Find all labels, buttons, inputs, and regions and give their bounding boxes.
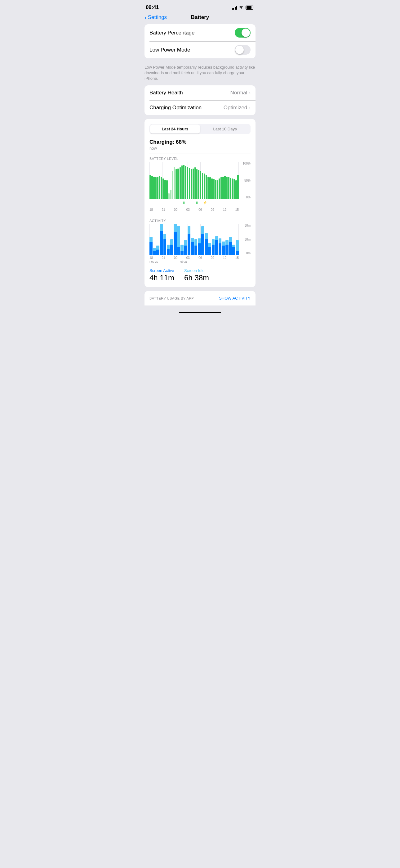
activity-bar-group [198, 224, 201, 255]
activity-bar-group [222, 224, 225, 255]
activity-bar-dark [188, 234, 191, 255]
activity-bar-dark [226, 245, 229, 255]
charging-optimization-value: Optimized › [224, 104, 251, 111]
activity-x-labels: 18 21 00 03 06 09 12 15 [149, 256, 251, 259]
activity-bar-light [170, 239, 173, 245]
chevron-right-icon: › [249, 90, 251, 95]
charging-optimization-label: Charging Optimization [149, 104, 202, 111]
activity-bar-dark [232, 247, 235, 255]
last-10-days-tab[interactable]: Last 10 Days [200, 124, 250, 133]
activity-bar-light [222, 242, 225, 246]
battery-percentage-row[interactable]: Battery Percentage [144, 24, 256, 41]
low-power-mode-row[interactable]: Low Power Mode [144, 41, 256, 58]
battery-health-row[interactable]: Battery Health Normal › [144, 85, 256, 100]
settings-section-1: Battery Percentage Low Power Mode [144, 24, 256, 58]
battery-chart-wrapper: 100% 50% 0% [149, 162, 251, 199]
activity-bar-dark [163, 239, 167, 255]
screen-active-value: 4h 11m [149, 274, 174, 282]
battery-chart: 100% 50% 0% [149, 162, 251, 199]
toggle-knob-2 [235, 45, 244, 54]
activity-bar-dark [153, 251, 156, 255]
battery-bar [153, 177, 155, 199]
activity-bar-dark [174, 232, 177, 255]
battery-bar [219, 179, 220, 199]
activity-bar-dark [219, 243, 222, 255]
activity-bar-dark [201, 234, 204, 255]
low-power-mode-toggle[interactable] [235, 45, 251, 55]
activity-bar-dark [236, 251, 239, 255]
battery-bar [194, 167, 196, 199]
charging-status-icons: — ⏸ —·— ⏸ —⚡— [178, 201, 210, 205]
activity-chart-wrapper: 60m 30m 0m [149, 224, 251, 255]
battery-bar [206, 175, 207, 199]
activity-bar-group [201, 224, 204, 255]
battery-percentage-toggle[interactable] [235, 28, 251, 37]
activity-bar-dark [194, 246, 198, 255]
activity-bar-dark [198, 243, 201, 255]
home-bar [179, 312, 221, 313]
bottom-usage-bar[interactable]: BATTERY USAGE BY APP SHOW ACTIVITY [144, 291, 256, 306]
activity-bar-group [180, 224, 184, 255]
battery-bar [185, 166, 187, 199]
battery-bar [187, 167, 189, 199]
activity-bar-group [191, 224, 194, 255]
battery-bar [183, 165, 185, 199]
activity-bar-group [177, 224, 180, 255]
screen-idle-stat: Screen Idle 6h 38m [184, 268, 209, 282]
activity-bar-light [215, 236, 218, 240]
status-time: 09:41 [146, 4, 159, 10]
back-button[interactable]: ‹ Settings [144, 14, 167, 21]
activity-bar-dark [167, 249, 170, 255]
activity-bar-group [215, 224, 218, 255]
battery-bar [217, 180, 218, 199]
activity-bar-group [219, 224, 222, 255]
activity-bar-group [229, 224, 232, 255]
activity-bar-group [184, 224, 187, 255]
activity-bar-light [160, 224, 163, 230]
battery-level-label: BATTERY LEVEL [149, 157, 251, 160]
activity-bars-area [149, 224, 239, 255]
activity-bar-group [149, 224, 153, 255]
battery-bar [149, 175, 151, 199]
battery-health-value: Normal › [230, 90, 251, 96]
battery-bar [215, 180, 216, 199]
activity-bar-group [208, 224, 211, 255]
battery-bar [164, 180, 166, 199]
battery-bar [198, 170, 200, 199]
activity-bar-light [226, 240, 229, 244]
charging-optimization-row[interactable]: Charging Optimization Optimized › [144, 100, 256, 115]
battery-bar [232, 179, 233, 199]
last-24-hours-tab[interactable]: Last 24 Hours [150, 124, 200, 133]
battery-bar [196, 169, 198, 199]
battery-bars-area [149, 162, 239, 199]
activity-chart: 60m 30m 0m [149, 224, 251, 255]
activity-bar-dark [215, 240, 218, 255]
home-indicator [139, 309, 261, 318]
time-range-control[interactable]: Last 24 Hours Last 10 Days [149, 124, 251, 134]
activity-bar-dark [156, 250, 159, 255]
battery-bar [155, 177, 157, 199]
activity-bar-dark [170, 245, 173, 255]
activity-label: ACTIVITY [149, 219, 251, 223]
battery-bar [181, 165, 183, 199]
charging-info: Charging: 68% now [149, 139, 251, 151]
activity-bar-light [174, 224, 177, 232]
usage-stats-row: Screen Active 4h 11m Screen Idle 6h 38m [149, 268, 251, 282]
activity-bar-dark [160, 231, 163, 255]
battery-bar [191, 169, 192, 199]
activity-bar-dark [177, 247, 180, 255]
activity-bar-light [219, 239, 222, 244]
nav-header: ‹ Settings Battery [139, 13, 261, 24]
battery-bar [204, 174, 205, 199]
screen-idle-value: 6h 38m [184, 274, 209, 282]
battery-percentage-label: Battery Percentage [149, 30, 195, 36]
battery-bar [211, 179, 213, 199]
activity-bar-light [205, 233, 208, 239]
settings-section-2: Battery Health Normal › Charging Optimiz… [144, 85, 256, 115]
screen-idle-label: Screen Idle [184, 268, 209, 273]
low-power-description: Low Power Mode temporarily reduces backg… [139, 62, 261, 85]
battery-bar [175, 169, 177, 199]
activity-bar-group [212, 224, 215, 255]
show-activity-button[interactable]: SHOW ACTIVITY [219, 296, 251, 301]
battery-bar [193, 168, 194, 199]
